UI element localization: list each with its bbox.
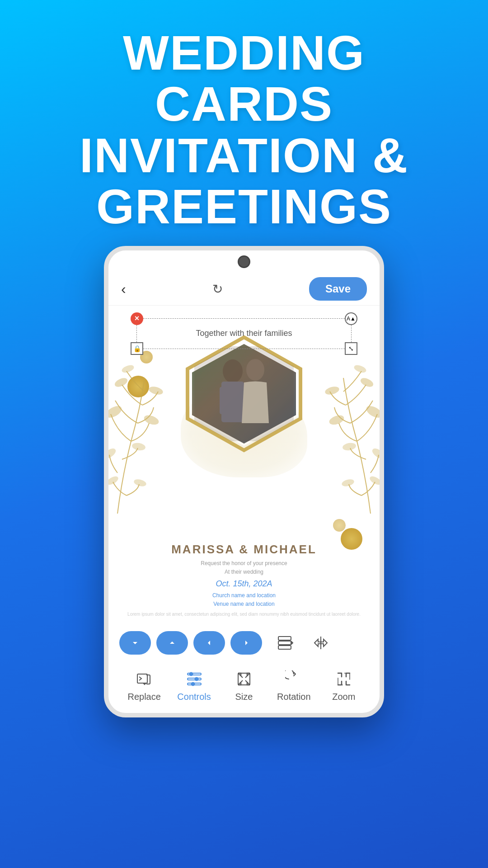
- nav-item-rotation[interactable]: Rotation: [273, 669, 314, 702]
- phone-camera: [238, 255, 250, 268]
- wedding-date: Oct. 15th, 202A: [117, 579, 371, 589]
- svg-point-8: [134, 478, 146, 486]
- svg-point-7: [108, 475, 119, 486]
- font-handle[interactable]: A▲: [345, 312, 357, 325]
- nav-item-replace[interactable]: Replace: [124, 669, 164, 702]
- svg-point-13: [354, 364, 367, 373]
- svg-point-10: [328, 414, 345, 426]
- svg-point-17: [342, 478, 354, 486]
- svg-point-4: [122, 364, 135, 373]
- size-label: Size: [235, 692, 253, 702]
- app-toolbar: ‹ ↻ Save: [108, 273, 380, 306]
- phone-notch: [108, 250, 380, 273]
- svg-rect-31: [278, 646, 291, 649]
- bottom-nav: Replace Controls: [119, 665, 369, 702]
- move-left-button[interactable]: [193, 631, 225, 655]
- right-branch-decor: [321, 342, 380, 523]
- request-text-1: Request the honor of your presence: [117, 559, 371, 568]
- svg-point-15: [343, 442, 356, 451]
- svg-rect-40: [338, 673, 350, 685]
- venue-line-1: Church name and location: [117, 591, 371, 600]
- couple-names: MARISSA & MICHAEL: [117, 542, 371, 557]
- svg-rect-30: [278, 641, 291, 645]
- venue-line-2: Venue name and location: [117, 600, 371, 609]
- svg-rect-29: [278, 637, 291, 640]
- svg-point-38: [191, 682, 195, 686]
- nav-item-controls[interactable]: Controls: [174, 669, 215, 702]
- svg-point-37: [195, 677, 198, 681]
- phone-mockup: ‹ ↻ Save: [104, 246, 384, 717]
- nav-item-size[interactable]: Size: [224, 669, 264, 702]
- layer-order-button[interactable]: [271, 631, 298, 655]
- svg-point-11: [360, 377, 374, 388]
- nav-item-zoom[interactable]: Zoom: [324, 669, 364, 702]
- svg-point-0: [108, 404, 123, 420]
- controls-icon: [184, 669, 204, 689]
- svg-point-16: [369, 475, 380, 486]
- size-icon: [234, 669, 254, 689]
- svg-point-12: [325, 386, 340, 395]
- svg-rect-32: [137, 674, 147, 683]
- save-button[interactable]: Save: [309, 277, 367, 301]
- hex-photo-frame: [181, 333, 307, 455]
- svg-point-1: [143, 414, 160, 426]
- svg-point-36: [189, 672, 193, 676]
- svg-rect-34: [188, 678, 201, 680]
- svg-rect-28: [194, 346, 294, 441]
- text-selection-box[interactable]: × A▲ 🔒 ⤡ Together with their families: [136, 318, 352, 349]
- zoom-label: Zoom: [332, 692, 355, 702]
- svg-point-3: [149, 386, 164, 395]
- back-button[interactable]: ‹: [121, 281, 126, 297]
- lock-handle[interactable]: 🔒: [131, 342, 143, 355]
- flip-button[interactable]: [307, 631, 334, 655]
- request-text-2: At their wedding: [117, 568, 371, 576]
- move-up-button[interactable]: [156, 631, 188, 655]
- move-right-button[interactable]: [230, 631, 262, 655]
- svg-point-6: [132, 442, 145, 451]
- zoom-icon: [334, 669, 354, 689]
- move-down-button[interactable]: [119, 631, 151, 655]
- app-title: WEDDING CARDS INVITATION & GREETINGS: [27, 27, 461, 232]
- lorem-text: Lorem ipsum dolor sit amet, consectetun …: [117, 611, 371, 618]
- resize-handle[interactable]: ⤡: [345, 342, 357, 355]
- card-canvas: × A▲ 🔒 ⤡ Together with their families MA…: [108, 306, 380, 622]
- bottom-panel: Replace Controls: [108, 622, 380, 713]
- wedding-text-area: MARISSA & MICHAEL Request the honor of y…: [117, 542, 371, 618]
- arrow-controls: [119, 631, 369, 655]
- replace-label: Replace: [127, 692, 160, 702]
- svg-point-9: [365, 404, 380, 420]
- rotation-icon: [284, 669, 304, 689]
- left-branch-decor: [108, 342, 167, 523]
- replace-icon: [134, 669, 154, 689]
- selected-text-label: Together with their families: [196, 329, 292, 338]
- rotation-label: Rotation: [277, 692, 311, 702]
- delete-handle[interactable]: ×: [131, 312, 143, 325]
- svg-point-2: [114, 377, 128, 388]
- controls-label: Controls: [177, 692, 211, 702]
- refresh-button[interactable]: ↻: [212, 282, 223, 297]
